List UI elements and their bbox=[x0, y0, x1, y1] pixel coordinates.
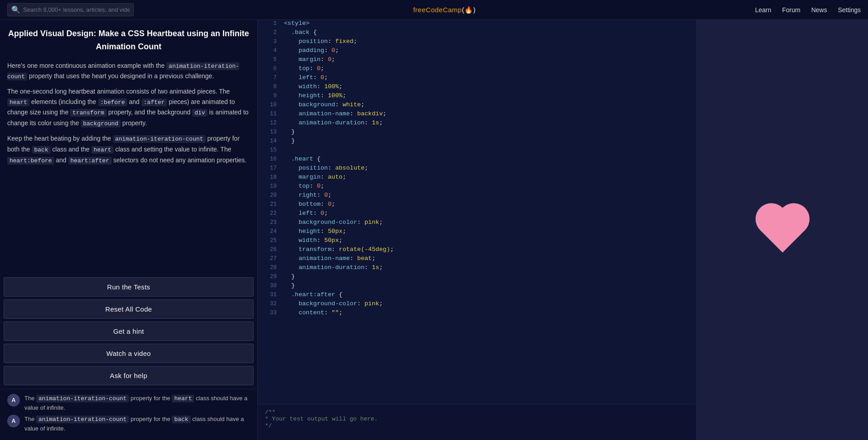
line-num-18: 18 bbox=[262, 174, 277, 180]
code-line-14: 14 } bbox=[258, 137, 696, 147]
reset-code-button[interactable]: Reset All Code bbox=[4, 299, 254, 319]
line-num-29: 29 bbox=[262, 273, 277, 280]
test-item-1: A The animation-iteration-count property… bbox=[7, 394, 250, 412]
challenge-text: Here's one more continuous animation exa… bbox=[7, 61, 250, 166]
line-num-33: 33 bbox=[262, 309, 277, 316]
code-line-17: 17 position: absolute; bbox=[258, 165, 696, 174]
ask-help-button[interactable]: Ask for help bbox=[4, 366, 254, 385]
code-back: back bbox=[32, 146, 51, 154]
code-line-9: 9 height: 100%; bbox=[258, 92, 696, 101]
code-line-22: 22 left: 0; bbox=[258, 210, 696, 219]
line-content-27: animation-name: beat; bbox=[284, 255, 376, 262]
line-num-23: 23 bbox=[262, 219, 277, 226]
line-num-3: 3 bbox=[262, 38, 277, 45]
test-output-line2: * Your test output will go here. bbox=[265, 416, 689, 422]
line-content-13: } bbox=[284, 128, 295, 135]
code-transform: transform bbox=[70, 109, 106, 117]
nav-settings[interactable]: Settings bbox=[838, 6, 861, 14]
line-content-10: background: white; bbox=[284, 101, 364, 108]
line-num-31: 31 bbox=[262, 291, 277, 298]
line-num-19: 19 bbox=[262, 183, 277, 189]
preview-pane bbox=[696, 20, 868, 440]
line-num-21: 21 bbox=[262, 201, 277, 208]
code-heart-2: heart bbox=[91, 146, 113, 154]
code-line-24: 24 height: 50px; bbox=[258, 228, 696, 237]
code-line-7: 7 left: 0; bbox=[258, 74, 696, 83]
nav-learn[interactable]: Learn bbox=[755, 6, 771, 14]
line-content-1: <style> bbox=[284, 20, 310, 27]
test-text-1: The animation-iteration-count property f… bbox=[24, 394, 250, 412]
nav-links: Learn Forum News Settings bbox=[755, 6, 861, 14]
line-num-9: 9 bbox=[262, 92, 277, 99]
line-content-16: .heart { bbox=[284, 156, 321, 162]
line-content-31: .heart:after { bbox=[284, 291, 343, 298]
code-animation-iteration-count-2: animation-iteration-count bbox=[113, 135, 206, 143]
line-num-1: 1 bbox=[262, 20, 277, 27]
test-output-area: A The animation-iteration-count property… bbox=[0, 389, 257, 440]
line-num-14: 14 bbox=[262, 137, 277, 144]
code-line-27: 27 animation-name: beat; bbox=[258, 255, 696, 264]
code-inline-aic-t1: animation-iteration-count bbox=[36, 395, 129, 402]
paragraph-1: Here's one more continuous animation exa… bbox=[7, 61, 250, 82]
code-line-29: 29 } bbox=[258, 273, 696, 282]
code-line-1: 1 <style> bbox=[258, 20, 696, 29]
watch-video-button[interactable]: Watch a video bbox=[4, 344, 254, 363]
line-content-26: transform: rotate(-45deg); bbox=[284, 246, 394, 253]
line-num-6: 6 bbox=[262, 65, 277, 72]
brand-title: freeCodeCamp(🔥) bbox=[134, 6, 755, 14]
search-box[interactable]: 🔍 bbox=[7, 3, 134, 16]
code-div: div bbox=[192, 109, 207, 117]
search-icon: 🔍 bbox=[11, 5, 20, 14]
line-num-5: 5 bbox=[262, 56, 277, 63]
line-content-5: margin: 0; bbox=[284, 56, 335, 63]
left-panel: Applied Visual Design: Make a CSS Heartb… bbox=[0, 20, 258, 440]
get-hint-button[interactable]: Get a hint bbox=[4, 322, 254, 341]
line-num-8: 8 bbox=[262, 83, 277, 90]
line-content-18: margin: auto; bbox=[284, 174, 346, 180]
line-num-10: 10 bbox=[262, 101, 277, 108]
test-output-line1: /** bbox=[265, 409, 689, 416]
line-num-13: 13 bbox=[262, 128, 277, 135]
line-num-2: 2 bbox=[262, 29, 277, 36]
line-num-25: 25 bbox=[262, 237, 277, 244]
line-num-22: 22 bbox=[262, 210, 277, 217]
line-content-23: background-color: pink; bbox=[284, 219, 383, 226]
code-line-10: 10 background: white; bbox=[258, 101, 696, 110]
line-num-11: 11 bbox=[262, 110, 277, 117]
code-line-15: 15 bbox=[258, 147, 696, 156]
code-line-20: 20 right: 0; bbox=[258, 192, 696, 201]
heart-shape bbox=[760, 208, 805, 252]
code-line-33: 33 content: ""; bbox=[258, 309, 696, 318]
code-inline-heart-t1: heart bbox=[172, 395, 194, 402]
line-content-30: } bbox=[284, 282, 295, 289]
line-content-33: content: ""; bbox=[284, 309, 343, 316]
code-line-18: 18 margin: auto; bbox=[258, 174, 696, 183]
code-background: background bbox=[81, 120, 121, 128]
line-content-21: bottom: 0; bbox=[284, 201, 335, 208]
nav-forum[interactable]: Forum bbox=[782, 6, 800, 14]
paragraph-3: Keep the heart beating by adding the ani… bbox=[7, 133, 250, 166]
line-content-17: position: absolute; bbox=[284, 165, 368, 171]
line-content-14: } bbox=[284, 137, 295, 144]
code-editor[interactable]: 1 <style> 2 .back { 3 position: fixed; 4… bbox=[258, 20, 696, 404]
challenge-content: Applied Visual Design: Make a CSS Heartb… bbox=[0, 20, 257, 274]
code-heartbefore: heart:before bbox=[7, 157, 54, 165]
code-line-11: 11 animation-name: backdiv; bbox=[258, 110, 696, 119]
code-before: :before bbox=[98, 99, 127, 106]
code-inline-aic-t2: animation-iteration-count bbox=[36, 416, 129, 423]
nav-news[interactable]: News bbox=[811, 6, 827, 14]
line-content-12: animation-duration: 1s; bbox=[284, 119, 383, 126]
line-content-19: top: 0; bbox=[284, 183, 324, 189]
search-input[interactable] bbox=[23, 6, 130, 13]
test-results: /** * Your test output will go here. */ bbox=[258, 404, 696, 440]
code-line-16: 16 .heart { bbox=[258, 156, 696, 165]
line-num-7: 7 bbox=[262, 74, 277, 81]
line-content-11: animation-name: backdiv; bbox=[284, 110, 387, 117]
code-line-21: 21 bottom: 0; bbox=[258, 201, 696, 210]
code-line-23: 23 background-color: pink; bbox=[258, 219, 696, 228]
brand-text: freeCodeCamp bbox=[413, 6, 462, 14]
code-line-4: 4 padding: 0; bbox=[258, 47, 696, 56]
test-avatar-1: A bbox=[7, 394, 20, 407]
run-tests-button[interactable]: Run the Tests bbox=[4, 277, 254, 297]
line-num-16: 16 bbox=[262, 156, 277, 162]
